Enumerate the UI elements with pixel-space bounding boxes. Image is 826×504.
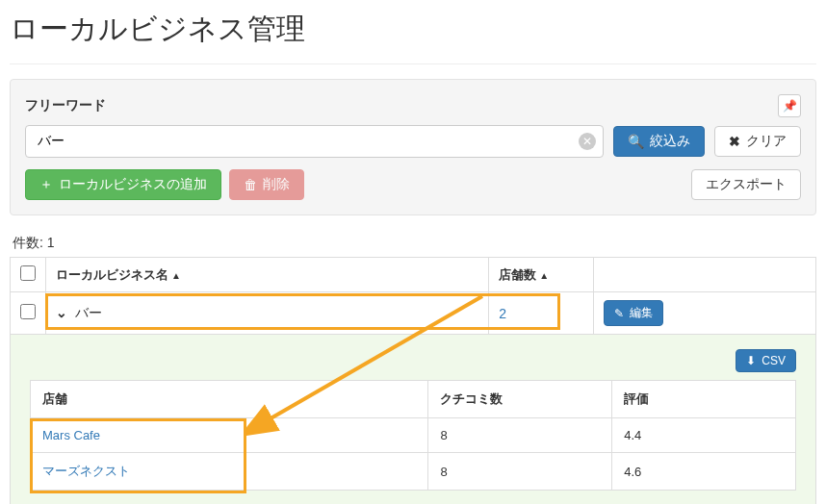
list-item: Mars Cafe 8 4.4: [31, 418, 796, 453]
store-count-link[interactable]: 2: [499, 306, 506, 321]
download-icon: ⬇: [746, 354, 756, 367]
export-button-label: エクスポート: [706, 176, 787, 193]
edit-button[interactable]: ✎ 編集: [604, 300, 663, 326]
delete-button[interactable]: 🗑 削除: [229, 169, 304, 200]
store-link[interactable]: Mars Cafe: [42, 428, 100, 442]
list-item: マーズネクスト 8 4.6: [31, 453, 796, 491]
clear-button-label: クリア: [746, 133, 787, 150]
pin-button[interactable]: 📌: [778, 94, 801, 117]
store-table: 店舗 クチコミ数 評価 Mars Cafe 8 4.4 マーズネクスト 8 4.…: [30, 380, 796, 491]
sub-column-reviews: クチコミ数: [428, 381, 612, 418]
csv-label: CSV: [761, 354, 786, 367]
select-all-checkbox[interactable]: [20, 265, 36, 281]
export-button[interactable]: エクスポート: [691, 169, 801, 200]
page-title: ローカルビジネス管理: [10, 10, 816, 49]
filter-label: フリーワード: [25, 97, 106, 114]
search-button-label: 絞込み: [650, 133, 690, 150]
header-checkbox-cell: [11, 258, 46, 292]
column-store-count[interactable]: 店舗数▲: [489, 258, 594, 292]
pencil-icon: ✎: [614, 307, 624, 320]
chevron-down-icon: ⌄: [56, 305, 67, 320]
clear-button[interactable]: ✖ クリア: [714, 126, 801, 157]
clear-input-icon[interactable]: ✕: [579, 133, 596, 150]
business-name-cell[interactable]: ⌄ バー: [46, 292, 489, 335]
pin-icon: 📌: [783, 99, 797, 113]
business-name: バー: [75, 305, 102, 320]
trash-icon: 🗑: [244, 177, 257, 192]
business-table: ローカルビジネス名▲ 店舗数▲ ⌄ バー 2 ✎ 編集: [10, 257, 816, 335]
table-row: ⌄ バー 2 ✎ 編集: [11, 292, 816, 335]
column-name[interactable]: ローカルビジネス名▲: [46, 258, 489, 292]
add-button-label: ローカルビジネスの追加: [59, 176, 207, 193]
column-actions: [594, 258, 816, 292]
search-button[interactable]: 🔍 絞込み: [613, 126, 705, 157]
search-icon: 🔍: [628, 134, 644, 149]
row-checkbox[interactable]: [20, 304, 36, 319]
sort-caret-icon: ▲: [171, 270, 181, 281]
sort-caret-icon: ▲: [539, 270, 549, 281]
plus-icon: ＋: [39, 176, 53, 193]
add-business-button[interactable]: ＋ ローカルビジネスの追加: [25, 169, 221, 200]
reviews-cell: 8: [428, 418, 612, 453]
sub-column-store: 店舗: [31, 381, 428, 418]
count-label: 件数: 1: [13, 235, 816, 252]
rating-cell: 4.6: [612, 453, 796, 491]
detail-panel: ⬇CSV 店舗 クチコミ数 評価 Mars Cafe 8 4.4 マーズネクスト…: [10, 335, 816, 504]
filter-panel: フリーワード 📌 ✕ 🔍 絞込み ✖ クリア ＋ ローカルビジネスの追加 🗑 削…: [10, 79, 816, 215]
divider: [10, 63, 816, 64]
delete-button-label: 削除: [263, 176, 290, 193]
edit-button-label: 編集: [630, 305, 653, 321]
keyword-input[interactable]: [25, 125, 604, 158]
rating-cell: 4.4: [612, 418, 796, 453]
clear-icon: ✖: [729, 134, 740, 149]
sub-column-rating: 評価: [612, 381, 796, 418]
reviews-cell: 8: [428, 453, 612, 491]
csv-button[interactable]: ⬇CSV: [736, 349, 796, 372]
store-link[interactable]: マーズネクスト: [42, 464, 130, 478]
